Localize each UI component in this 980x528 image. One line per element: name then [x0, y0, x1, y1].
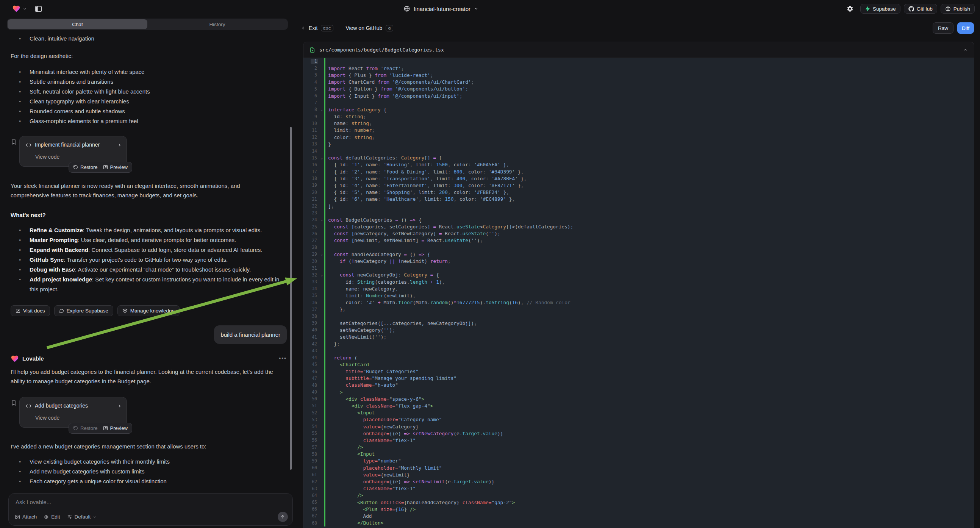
fold-chevron-icon[interactable]: ⌄	[319, 108, 324, 111]
chat-scrollbar[interactable]	[290, 127, 292, 470]
restore-icon	[73, 165, 78, 170]
restore-button[interactable]: Restore	[73, 162, 98, 172]
view-code-link[interactable]: View code	[35, 413, 122, 423]
attach-image-icon	[15, 514, 20, 520]
code-line: 67 Add	[304, 512, 974, 519]
preview-button[interactable]: Preview	[103, 423, 128, 433]
code-line: 36 color: '#' + Math.floor(Math.random()…	[304, 299, 974, 306]
file-path: src/components/budget/BudgetCategories.t…	[319, 47, 963, 52]
assistant-paragraph: I'll help you add budget categories to t…	[11, 367, 276, 386]
tab-chat[interactable]: Chat	[8, 19, 147, 29]
chevron-down-icon	[93, 515, 97, 519]
code-line: 42 };	[304, 340, 974, 347]
project-switcher[interactable]: financial-future-creator	[403, 0, 479, 17]
code-line: 2import React from 'react';	[304, 65, 974, 72]
raw-toggle-button[interactable]: Raw	[933, 22, 953, 34]
send-button[interactable]	[278, 512, 288, 522]
code-line: 5import { Button } from '@/components/ui…	[304, 86, 974, 92]
arrow-up-icon	[280, 514, 285, 519]
preview-button[interactable]: Preview	[103, 162, 128, 172]
assistant-header: Lovable •••	[11, 354, 287, 363]
chat-bullet: •Minimalist interface with plenty of whi…	[11, 67, 287, 77]
diff-added-bar	[324, 58, 325, 65]
bookmark-icon[interactable]	[11, 400, 17, 406]
code-line: 18 { id: '3', name: 'Transportation', li…	[304, 175, 974, 182]
view-code-link[interactable]: View code	[35, 152, 122, 162]
code-line: 28	[304, 244, 974, 251]
attach-button[interactable]: Attach	[15, 514, 37, 520]
exit-button[interactable]: Exit ESC	[301, 25, 333, 32]
supabase-label: Supabase	[873, 6, 896, 12]
code-line: 65 <Button onClick={handleAddCategory} c…	[304, 499, 974, 506]
diff-added-bar	[324, 99, 325, 106]
diff-added-bar	[324, 313, 325, 320]
code-line: 59 type="number"	[304, 458, 974, 464]
collapse-chevron-up-icon[interactable]	[963, 47, 968, 52]
code-line: 56 className="flex-1"	[304, 437, 974, 444]
code-line: 49 >	[304, 389, 974, 396]
code-line: 23	[304, 210, 974, 216]
fold-chevron-icon[interactable]: ⌄	[319, 156, 324, 160]
code-line: 51 <div className="flex gap-4">	[304, 402, 974, 409]
edit-button[interactable]: Edit	[44, 514, 60, 520]
diff-added-bar	[324, 347, 325, 354]
diff-added-bar	[324, 244, 325, 251]
chat-bullet: •View existing budget categories with th…	[11, 457, 287, 467]
toggle-sidebar-button[interactable]	[33, 3, 44, 14]
message-more-icon[interactable]: •••	[279, 354, 287, 363]
supabase-icon	[865, 6, 870, 11]
chat-bullet: •Soft, neutral color palette with light …	[11, 87, 287, 97]
fold-chevron-icon[interactable]: ⌄	[319, 218, 324, 221]
code-line: 19 { id: '4', name: 'Entertainment', lim…	[304, 182, 974, 189]
restore-icon	[73, 426, 78, 431]
user-message: build a financial planner	[214, 325, 287, 344]
visit-docs-button[interactable]: Visit docs	[11, 305, 50, 316]
code-line: 66 <Plus size={16} />	[304, 506, 974, 512]
model-selector[interactable]: Default	[67, 514, 97, 520]
fold-chevron-icon[interactable]: ⌄	[319, 252, 324, 256]
code-line: 44 return (	[304, 354, 974, 361]
diff-toggle-button[interactable]: Diff	[957, 22, 974, 34]
settings-button[interactable]	[843, 4, 857, 14]
code-line: 8⌄interface Category {	[304, 106, 974, 113]
chat-message-list[interactable]: •Clean, intuitive navigation For the des…	[0, 32, 295, 491]
code-line: 32⌄ const newCategoryObj: Category = {	[304, 272, 974, 278]
publish-button[interactable]: Publish	[940, 4, 975, 14]
chat-bullet: •Add project knowledge: Set key context …	[11, 275, 287, 294]
code-line: 46 title="Budget Categories"	[304, 368, 974, 375]
g-shortcut-badge: G	[386, 25, 393, 32]
workspace-chevron-down-icon[interactable]	[23, 7, 27, 11]
code-line: 33 id: String(categories.length + 1),	[304, 278, 974, 285]
code-line: 7	[304, 99, 974, 106]
code-line: 54 value={newCategory}	[304, 423, 974, 430]
manage-knowledge-button[interactable]: Manage knowledge	[118, 305, 180, 316]
fold-chevron-icon[interactable]: ⌄	[319, 273, 324, 277]
composer-input[interactable]: Ask Lovable...	[16, 499, 286, 505]
code-line: 25 const [categories, setCategories] = R…	[304, 223, 974, 230]
bookmark-icon[interactable]	[11, 139, 17, 145]
target-icon	[44, 514, 49, 520]
file-header[interactable]: src/components/budget/BudgetCategories.t…	[304, 42, 974, 58]
publish-label: Publish	[953, 6, 970, 12]
explore-supabase-button[interactable]: Explore Supabase	[54, 305, 113, 316]
github-label: GitHub	[917, 6, 933, 12]
github-button[interactable]: GitHub	[904, 4, 937, 14]
code-line: 26 const [newCategory, setNewCategory] =…	[304, 230, 974, 237]
code-area[interactable]: 12import React from 'react';3import { Pl…	[304, 58, 974, 528]
assistant-paragraph: I've added a new budget categories manag…	[11, 442, 276, 451]
code-line: 1	[304, 58, 974, 65]
code-line: 10 name: string;	[304, 120, 974, 127]
supabase-button[interactable]: Supabase	[860, 4, 900, 14]
view-on-github-button[interactable]: View on GitHub G	[345, 25, 393, 32]
code-line: 68 </Button>	[304, 520, 974, 526]
sliders-icon	[67, 514, 72, 520]
chat-composer[interactable]: Ask Lovable... Attach Edit Default	[8, 493, 293, 526]
restore-button[interactable]: Restore	[73, 423, 98, 433]
tab-history[interactable]: History	[147, 19, 287, 29]
code-viewer-header: Exit ESC View on GitHub G Raw Diff	[295, 17, 980, 39]
lovable-logo-icon[interactable]	[12, 5, 21, 13]
message-circle-icon	[59, 308, 64, 313]
code-line: 34 name: newCategory,	[304, 285, 974, 292]
assistant-name: Lovable	[22, 354, 275, 363]
code-line: 9 id: string;	[304, 113, 974, 120]
